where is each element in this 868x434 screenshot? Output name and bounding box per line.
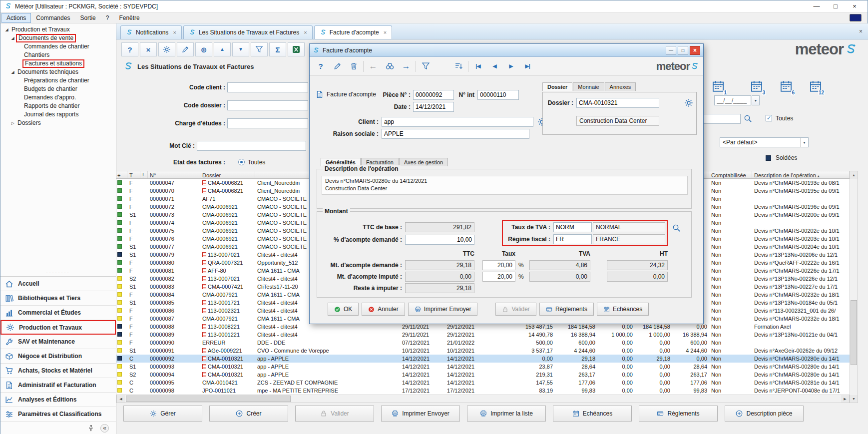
column-header[interactable]: + — [116, 171, 127, 178]
mt-impute-taux[interactable]: 20,00 — [482, 272, 515, 282]
period-3-months-button[interactable]: 3 — [749, 79, 764, 94]
tab-les-situations-de-travaux-et-factures[interactable]: Les Situations de Travaux et Factures× — [183, 25, 313, 39]
sum-button[interactable]: Σ — [269, 42, 286, 56]
table-row[interactable]: C00000098JPO-0011021mpe - MA PETITE ENTR… — [116, 387, 850, 395]
excel-button[interactable] — [288, 42, 305, 56]
date-dropdown-icon[interactable]: ▼ — [752, 95, 760, 105]
vertical-scrollbar[interactable]: ▲ ▼ — [850, 171, 858, 403]
toutes-checkbox[interactable]: ✓ — [766, 115, 772, 121]
regime-code-input[interactable] — [553, 234, 592, 244]
pct-input[interactable] — [405, 235, 474, 245]
action-gerer-button[interactable]: Gérer — [123, 406, 202, 422]
menu-sortie[interactable]: Sortie — [75, 13, 100, 23]
help-button[interactable]: ? — [121, 42, 138, 56]
tree-item-commandes-de-chantier[interactable]: Commandes de chantier — [2, 42, 116, 51]
column-header[interactable]: ! — [140, 171, 148, 178]
dialog-next-button[interactable]: ▶ — [504, 59, 518, 73]
dialog-annuler-button[interactable]: Annuler — [362, 303, 405, 316]
tab-close-icon[interactable]: × — [384, 29, 387, 35]
dialog-last-button[interactable]: ▶| — [520, 59, 534, 73]
period-12-months-button[interactable]: 12 — [808, 79, 823, 94]
collapse-arrow-icon[interactable]: ◢ — [9, 70, 16, 74]
horizontal-scrollbar[interactable]: ◀ ▶ — [116, 395, 850, 403]
module-parametres-et-classifications[interactable]: Paramètres et Classifications — [0, 407, 116, 422]
title-bar[interactable]: Météor [Utilisateur : PCKMGR, Société : … — [0, 0, 868, 12]
dialog-imprimer-envoyer-button[interactable]: Imprimer Envoyer — [408, 303, 478, 316]
nint-input[interactable] — [477, 90, 519, 100]
tree-item-dossiers[interactable]: ▷Dossiers — [2, 119, 116, 127]
module-production-et-travaux[interactable]: Production et Travaux — [0, 320, 116, 335]
table-row[interactable]: S200000094CMA-0010321app - APPLE14/12/20… — [116, 371, 850, 379]
tva-search-icon[interactable] — [672, 224, 681, 232]
column-header[interactable]: N° — [148, 171, 200, 178]
preset-select[interactable]: <Par défaut>▼ — [720, 137, 809, 147]
tree-item-factures-et-situations[interactable]: Factures et situations — [2, 59, 116, 68]
move-up-button[interactable]: ▲ — [214, 42, 231, 56]
collapse-arrow-icon[interactable]: ◢ — [9, 36, 16, 40]
column-header[interactable]: Comptabilisée — [709, 171, 752, 178]
action-reglements-button[interactable]: Règlements — [639, 406, 718, 422]
tree-item-journal-des-rapports[interactable]: Journal des rapports — [2, 110, 116, 119]
tva-code-input[interactable] — [553, 222, 592, 232]
scrollbar-thumb[interactable] — [851, 300, 857, 365]
table-row[interactable]: C00000092CMA-0010321app - APPLE14/12/202… — [116, 355, 850, 363]
tree-item-rapports-de-chantier[interactable]: Rapports de chantier — [2, 102, 116, 110]
mt-demande-taux[interactable]: 20,00 — [482, 260, 515, 270]
column-header[interactable]: Description de l'opération ▴ — [752, 171, 850, 178]
side-tab-dossier[interactable]: Dossier — [542, 82, 572, 91]
close-button[interactable]: × — [846, 1, 864, 11]
tab-notifications[interactable]: Notifications× — [120, 25, 182, 39]
raison-input[interactable] — [382, 129, 529, 139]
dialog-title-bar[interactable]: Facture d'acompte — □ × — [310, 44, 703, 57]
tree-item-demandes-d-appro[interactable]: Demandes d'appro. — [2, 93, 116, 102]
table-row[interactable]: C00000095CMA-0010421ZCS - ZEEYAD ET COMP… — [116, 379, 850, 387]
scrollbar-thumb[interactable] — [126, 396, 291, 402]
module-administratif-et-facturation[interactable]: Administratif et Facturation — [0, 378, 116, 393]
toutes-radio[interactable] — [238, 159, 245, 165]
code-dossier-input[interactable] — [227, 100, 308, 110]
tab-facture-d-acompte[interactable]: Facture d'acompte× — [314, 25, 392, 39]
language-flag-icon[interactable] — [850, 14, 862, 21]
dialog-delete-button[interactable] — [347, 59, 361, 73]
edit-button[interactable] — [177, 42, 194, 56]
table-row[interactable]: F00000089113-0001221Clitest4 - clitest42… — [116, 331, 850, 339]
action-echeances-button[interactable]: Echéances — [553, 406, 632, 422]
pin-icon[interactable] — [87, 425, 94, 432]
module-bibliotheques-et-tiers[interactable]: Bibliothèques et Tiers — [0, 291, 116, 306]
action-description-piece-button[interactable]: Description pièce — [725, 406, 804, 422]
table-row[interactable]: F00000090ERREURDDE - DDE07/12/202121/01/… — [116, 339, 850, 347]
side-tab-monnaie[interactable]: Monnaie — [573, 82, 604, 91]
tabbar-close-icon[interactable]: × — [859, 28, 863, 35]
dialog-first-button[interactable]: |◀ — [471, 59, 485, 73]
dialog-minimize-button[interactable]: — — [666, 46, 676, 55]
dialog-maximize-button[interactable]: □ — [678, 46, 688, 55]
dialog-back-button[interactable]: ← — [366, 59, 380, 73]
charge-etudes-input[interactable] — [227, 118, 308, 128]
dialog-reglements-button[interactable]: Règlements — [539, 303, 594, 316]
table-row[interactable]: S100000093CMA-0010321app - APPLE14/12/20… — [116, 363, 850, 371]
action-valider-button[interactable]: Valider — [295, 406, 374, 422]
tree-item-production-et-travaux[interactable]: ◢Production et Travaux — [2, 25, 116, 34]
maximize-button[interactable]: □ — [827, 1, 845, 11]
module-commercial-et-etudes[interactable]: Commercial et Études — [0, 306, 116, 320]
dialog-filter-clear-button[interactable] — [435, 59, 449, 73]
dialog-sort-button[interactable] — [451, 59, 465, 73]
dialog-search-button[interactable] — [383, 59, 397, 73]
scroll-left-icon[interactable]: ◀ — [117, 395, 125, 403]
settings-button[interactable] — [158, 42, 175, 56]
search-icon[interactable] — [744, 114, 752, 123]
move-down-button[interactable]: ▼ — [232, 42, 249, 56]
module-analyses-et-editions[interactable]: Analyses et Éditions — [0, 393, 116, 407]
tree-item-documents-techniques[interactable]: ◢Documents techniques — [2, 68, 116, 76]
tree-item-chantiers[interactable]: Chantiers — [2, 51, 116, 59]
dialog-valider-button[interactable]: Valider — [495, 303, 536, 316]
dialog-help-button[interactable]: ? — [314, 59, 328, 73]
period-6-months-button[interactable]: 6 — [779, 79, 794, 94]
dialog-ok-button[interactable]: OK — [328, 303, 359, 316]
code-client-input[interactable] — [227, 82, 308, 92]
sidebar-splitter[interactable]: ········ — [0, 270, 116, 276]
action-creer-button[interactable]: Créer — [209, 406, 288, 422]
date-filter-input[interactable] — [714, 95, 751, 105]
module-sav-et-maintenance[interactable]: SAV et Maintenance — [0, 335, 116, 349]
close-button[interactable]: × — [140, 42, 157, 56]
